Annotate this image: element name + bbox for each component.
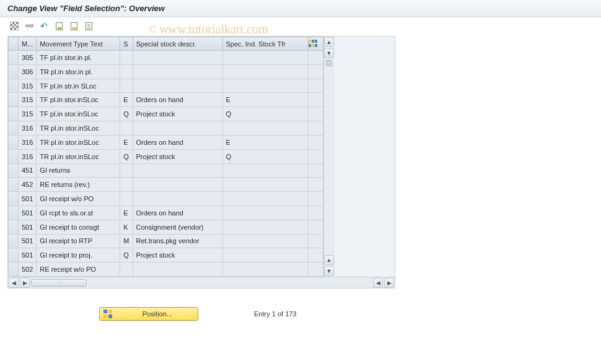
- cell-s[interactable]: Q: [120, 149, 133, 163]
- row-selector[interactable]: [9, 79, 19, 93]
- cell-special-stock[interactable]: Project stock: [133, 107, 222, 121]
- table-row[interactable]: 501GI receipt to consgtKConsignment (ven…: [9, 220, 323, 234]
- scroll-up-button[interactable]: ▲: [324, 37, 334, 47]
- other-view-button[interactable]: [7, 20, 21, 32]
- row-selector[interactable]: [9, 51, 19, 65]
- row-selector[interactable]: [9, 121, 19, 136]
- row-selector[interactable]: [9, 220, 19, 234]
- row-selector[interactable]: [9, 248, 19, 262]
- horizontal-scrollbar[interactable]: ◀ ▶ ∷ ◀ ▶: [8, 277, 395, 288]
- cell-spec-ind[interactable]: [222, 248, 308, 262]
- table-row[interactable]: 315TF pl.in stor.inSLocEOrders on handE: [9, 93, 323, 107]
- col-header-movement-text[interactable]: Movement Type Text: [37, 37, 120, 51]
- cell-special-stock[interactable]: Consignment (vendor): [133, 220, 222, 234]
- col-header-s[interactable]: S: [120, 37, 133, 51]
- cell-spec-ind[interactable]: Q: [222, 149, 308, 163]
- col-header-special-stock[interactable]: Special stock descr.: [133, 37, 222, 51]
- cell-movement[interactable]: 502: [19, 262, 37, 277]
- cell-spec-ind[interactable]: [222, 192, 308, 206]
- scroll-up-page-button[interactable]: ▲: [324, 255, 334, 265]
- cell-s[interactable]: K: [120, 220, 133, 234]
- undo-button[interactable]: ↶: [37, 20, 51, 32]
- row-selector[interactable]: [9, 262, 19, 277]
- cell-s[interactable]: M: [120, 234, 133, 248]
- cell-s[interactable]: E: [120, 135, 133, 149]
- cell-s[interactable]: [120, 262, 133, 277]
- row-selector[interactable]: [9, 149, 19, 163]
- cell-movement-text[interactable]: TR pl.in stor.inSLoc: [37, 149, 120, 163]
- cell-movement-text[interactable]: GI receipt to proj.: [37, 248, 120, 262]
- cell-movement-text[interactable]: TR pl.in stor.inSLoc: [37, 135, 120, 149]
- cell-special-stock[interactable]: [133, 51, 222, 65]
- cell-spec-ind[interactable]: [222, 51, 308, 65]
- cell-spec-ind[interactable]: E: [222, 93, 308, 107]
- cell-spec-ind[interactable]: [222, 206, 308, 220]
- vertical-scrollbar[interactable]: ▲ ▼ ▲ ▼: [323, 37, 335, 277]
- cell-special-stock[interactable]: [133, 178, 222, 192]
- scroll-down-button[interactable]: ▼: [324, 48, 334, 58]
- cell-s[interactable]: [120, 121, 133, 136]
- col-header-spec-ind[interactable]: Spec. Ind. Stock Tfr: [222, 37, 308, 51]
- cell-s[interactable]: E: [120, 93, 133, 107]
- row-selector[interactable]: [9, 178, 19, 192]
- cell-movement-text[interactable]: TR pl.in stor.in pl.: [37, 64, 120, 79]
- cell-s[interactable]: [120, 192, 133, 206]
- cell-movement[interactable]: 315: [19, 79, 37, 93]
- cell-spec-ind[interactable]: [222, 121, 308, 136]
- cell-spec-ind[interactable]: [222, 163, 308, 178]
- row-selector-header[interactable]: [9, 37, 19, 51]
- data-grid[interactable]: M... Movement Type Text S Special stock …: [8, 37, 323, 277]
- row-selector[interactable]: [9, 234, 19, 248]
- scroll-down-page-button[interactable]: ▼: [324, 266, 334, 276]
- cell-movement[interactable]: 452: [19, 178, 37, 192]
- cell-movement[interactable]: 316: [19, 135, 37, 149]
- table-settings-button[interactable]: [308, 37, 323, 51]
- save-button[interactable]: [52, 20, 66, 32]
- row-selector[interactable]: [9, 93, 19, 107]
- table-row[interactable]: 502RE receipt w/o PO: [9, 262, 323, 277]
- scroll-left-button[interactable]: ◀: [9, 278, 19, 288]
- cell-special-stock[interactable]: [133, 121, 222, 136]
- cell-special-stock[interactable]: [133, 79, 222, 93]
- row-selector[interactable]: [9, 135, 19, 149]
- cell-s[interactable]: [120, 64, 133, 79]
- cell-movement-text[interactable]: GI returns: [37, 163, 120, 178]
- table-row[interactable]: 305TF pl.in stor.in pl.: [9, 51, 323, 65]
- cell-s[interactable]: E: [120, 206, 133, 220]
- table-row[interactable]: 501GI receipt w/o PO: [9, 192, 323, 206]
- cell-special-stock[interactable]: [133, 262, 222, 277]
- cell-movement-text[interactable]: TF pl.in stor.inSLoc: [37, 107, 120, 121]
- cell-movement-text[interactable]: TR pl.in stor.inSLoc: [37, 121, 120, 136]
- cell-spec-ind[interactable]: [222, 220, 308, 234]
- col-header-movement[interactable]: M...: [19, 37, 37, 51]
- row-selector[interactable]: [9, 64, 19, 79]
- cell-movement[interactable]: 316: [19, 149, 37, 163]
- cell-special-stock[interactable]: Project stock: [133, 248, 222, 262]
- cell-special-stock[interactable]: [133, 64, 222, 79]
- scrollbar-thumb[interactable]: [326, 60, 332, 66]
- cell-special-stock[interactable]: Ret.trans.pkg vendor: [133, 234, 222, 248]
- cell-spec-ind[interactable]: [222, 178, 308, 192]
- cell-movement[interactable]: 306: [19, 64, 37, 79]
- cell-movement-text[interactable]: GI receipt to consgt: [37, 220, 120, 234]
- h-scrollbar-thumb[interactable]: ∷: [31, 279, 87, 287]
- table-row[interactable]: 316TR pl.in stor.inSLocEOrders on handE: [9, 135, 323, 149]
- cell-movement-text[interactable]: RE returns (rev.): [37, 178, 120, 192]
- cell-s[interactable]: [120, 51, 133, 65]
- cell-s[interactable]: Q: [120, 107, 133, 121]
- cell-spec-ind[interactable]: E: [222, 135, 308, 149]
- deselect-all-button[interactable]: [82, 20, 95, 32]
- table-row[interactable]: 501GI rcpt to sls.or.stEOrders on hand: [9, 206, 323, 220]
- table-row[interactable]: 501GI receipt to proj.QProject stock: [9, 248, 323, 262]
- cell-spec-ind[interactable]: [222, 64, 308, 79]
- cell-movement-text[interactable]: GI receipt to RTP: [37, 234, 120, 248]
- cell-special-stock[interactable]: Project stock: [133, 149, 222, 163]
- cell-s[interactable]: [120, 163, 133, 178]
- cell-s[interactable]: Q: [120, 248, 133, 262]
- cell-s[interactable]: [120, 178, 133, 192]
- cell-spec-ind[interactable]: Q: [222, 107, 308, 121]
- cell-movement-text[interactable]: GI rcpt to sls.or.st: [37, 206, 120, 220]
- scroll-right-page-button[interactable]: ▶: [384, 278, 394, 288]
- cell-spec-ind[interactable]: [222, 79, 308, 93]
- cell-movement[interactable]: 315: [19, 107, 37, 121]
